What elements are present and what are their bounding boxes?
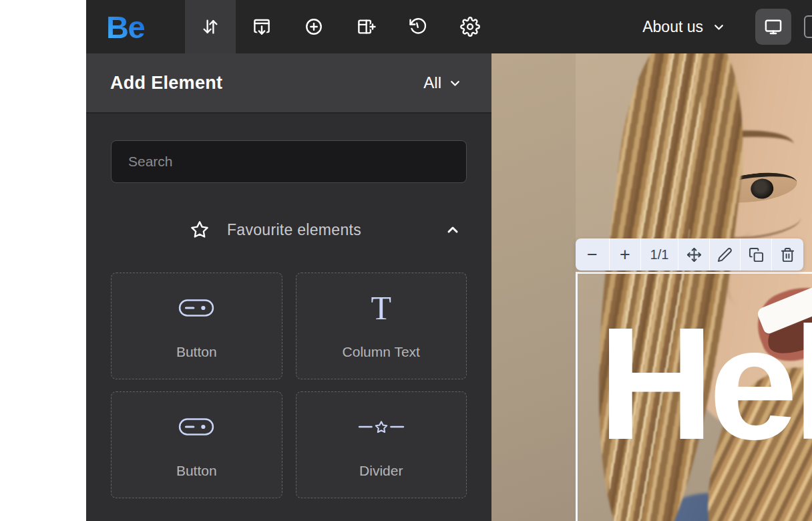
chevron-up-icon bbox=[445, 222, 461, 238]
add-element-icon bbox=[304, 17, 324, 37]
desktop-preview-button[interactable] bbox=[755, 9, 791, 45]
builder-topbar: Be bbox=[86, 0, 812, 53]
category-filter-label: All bbox=[423, 73, 441, 92]
about-us-menu-item[interactable]: About us bbox=[642, 18, 726, 36]
element-card-button[interactable]: Button bbox=[111, 273, 282, 379]
page-preview: Hel − + 1/1 bbox=[491, 53, 812, 521]
add-element-button[interactable] bbox=[288, 0, 340, 53]
element-card-divider[interactable]: Divider bbox=[296, 391, 467, 498]
history-button[interactable] bbox=[392, 0, 444, 53]
delete-button[interactable] bbox=[771, 238, 803, 271]
edit-button[interactable] bbox=[709, 238, 740, 271]
topbar-right-group: About us bbox=[642, 9, 812, 45]
column-text-icon: T bbox=[371, 292, 391, 324]
star-icon bbox=[190, 220, 209, 239]
column-width-indicator: 1/1 bbox=[640, 238, 678, 271]
category-filter-dropdown[interactable]: All bbox=[423, 73, 462, 92]
column-width-increase-button[interactable]: + bbox=[609, 238, 640, 271]
settings-button[interactable] bbox=[444, 0, 496, 53]
elements-grid: Button T Column Text Button Divider bbox=[86, 273, 491, 498]
history-icon bbox=[408, 17, 428, 37]
device-icon-partial[interactable] bbox=[804, 15, 812, 38]
trash-icon bbox=[780, 247, 795, 263]
add-element-panel: Add Element All Favourite elements Butto… bbox=[86, 53, 491, 521]
minus-glyph: − bbox=[587, 246, 598, 264]
button-pill-icon bbox=[178, 411, 214, 443]
duplicate-icon bbox=[749, 247, 764, 263]
favourite-elements-label: Favourite elements bbox=[227, 221, 361, 239]
duplicate-button[interactable] bbox=[740, 238, 771, 271]
move-icon bbox=[686, 247, 702, 263]
hero-heading-text[interactable]: Hel bbox=[598, 303, 812, 464]
element-card-column-text[interactable]: T Column Text bbox=[296, 273, 467, 379]
add-column-icon bbox=[356, 17, 376, 37]
builder-window: Be bbox=[0, 0, 812, 521]
edit-pencil-icon bbox=[717, 247, 733, 263]
be-logo[interactable]: Be bbox=[86, 11, 185, 43]
add-column-button[interactable] bbox=[340, 0, 392, 53]
chevron-down-icon bbox=[712, 20, 726, 34]
column-width-decrease-button[interactable]: − bbox=[576, 238, 609, 271]
outside-selection-dim bbox=[491, 53, 576, 521]
desktop-monitor-icon bbox=[764, 17, 783, 36]
plus-glyph: + bbox=[620, 246, 630, 264]
favourite-elements-header[interactable]: Favourite elements bbox=[86, 220, 491, 239]
panel-title: Add Element bbox=[110, 73, 222, 94]
panel-header: Add Element All bbox=[86, 53, 491, 114]
chevron-down-icon bbox=[448, 76, 462, 90]
search-wrap bbox=[86, 114, 491, 183]
button-pill-icon bbox=[178, 292, 214, 324]
add-section-button[interactable] bbox=[236, 0, 288, 53]
be-logo-text: Be bbox=[106, 11, 144, 43]
move-handle[interactable] bbox=[678, 238, 709, 271]
tab-elements-swap[interactable] bbox=[185, 0, 236, 53]
about-us-label: About us bbox=[642, 18, 703, 36]
swap-arrows-icon bbox=[200, 17, 220, 37]
element-card-button[interactable]: Button bbox=[111, 391, 282, 498]
settings-gear-icon bbox=[460, 17, 480, 37]
divider-icon bbox=[358, 411, 405, 443]
section-toolbar: − + 1/1 bbox=[576, 238, 803, 271]
add-section-icon bbox=[252, 17, 272, 37]
search-input[interactable] bbox=[111, 140, 467, 183]
